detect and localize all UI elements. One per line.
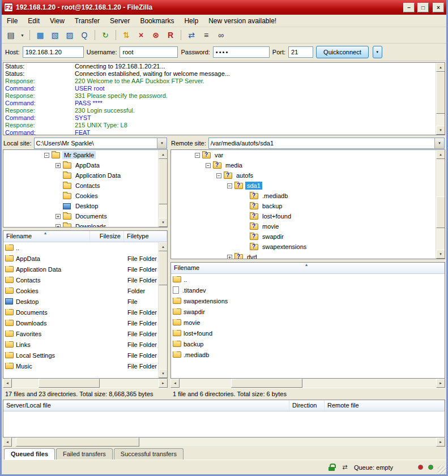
menu-transfer[interactable]: Transfer bbox=[70, 15, 105, 27]
maximize-button[interactable]: □ bbox=[417, 3, 429, 12]
tree-collapse-icon[interactable]: − bbox=[206, 163, 211, 168]
menu-file[interactable]: File bbox=[2, 15, 23, 27]
file-row[interactable]: MusicFile Folder bbox=[3, 361, 167, 371]
file-row[interactable]: LinksFile Folder bbox=[3, 339, 167, 350]
reconnect-button[interactable]: R bbox=[164, 29, 177, 42]
tree-expand-icon[interactable]: + bbox=[56, 224, 61, 228]
tree-item[interactable]: Desktop bbox=[3, 201, 167, 211]
tree-collapse-icon[interactable]: − bbox=[216, 173, 221, 178]
scroll-thumb[interactable] bbox=[159, 159, 168, 204]
tree-item[interactable]: −autofs bbox=[171, 170, 445, 181]
column-header-remote-file[interactable]: Remote file bbox=[325, 400, 445, 411]
column-header-filesize[interactable]: Filesize bbox=[90, 231, 124, 242]
menu-new-version[interactable]: New version available! bbox=[203, 15, 281, 27]
tree-item[interactable]: .mediadb bbox=[171, 191, 445, 201]
file-row[interactable]: ContactsFile Folder bbox=[3, 275, 167, 285]
site-manager-button[interactable]: ▤ bbox=[4, 29, 18, 42]
file-row[interactable]: backup bbox=[171, 338, 445, 349]
file-row[interactable]: movie bbox=[171, 317, 445, 328]
column-header-filename[interactable]: Filename▴ bbox=[171, 263, 445, 273]
scroll-down-icon[interactable]: ▼ bbox=[159, 218, 168, 227]
tree-item[interactable]: −media bbox=[171, 160, 445, 170]
scroll-left-icon[interactable]: ◄ bbox=[170, 379, 180, 388]
scroll-up-icon[interactable]: ▲ bbox=[436, 150, 445, 159]
tree-item[interactable]: Contacts bbox=[3, 181, 167, 191]
scroll-up-icon[interactable]: ▲ bbox=[436, 63, 445, 72]
scroll-left-icon[interactable]: ◄ bbox=[3, 379, 12, 388]
scroll-down-icon[interactable]: ▼ bbox=[436, 250, 445, 259]
log-vertical-scrollbar[interactable]: ▲ ▼ bbox=[436, 63, 445, 135]
scroll-thumb[interactable] bbox=[436, 196, 445, 228]
file-row[interactable]: .. bbox=[171, 274, 445, 285]
file-row[interactable]: FavoritesFile Folder bbox=[3, 328, 167, 339]
file-row[interactable]: .mediadb bbox=[171, 349, 445, 360]
tree-item[interactable]: backup bbox=[171, 201, 445, 211]
local-tree-vertical-scrollbar[interactable]: ▲ ▼ bbox=[158, 150, 167, 227]
toggle-remote-tree-button[interactable]: ▨ bbox=[63, 29, 76, 42]
scroll-down-icon[interactable]: ▼ bbox=[159, 369, 168, 378]
file-row[interactable]: .. bbox=[3, 242, 167, 253]
process-queue-button[interactable]: ⇅ bbox=[120, 29, 133, 42]
file-row[interactable]: swapextensions bbox=[171, 295, 445, 306]
port-input[interactable] bbox=[288, 46, 313, 58]
toggle-queue-button[interactable]: Q bbox=[78, 29, 91, 42]
tree-collapse-icon[interactable]: − bbox=[195, 153, 200, 158]
local-horizontal-scrollbar[interactable]: ◄ ► bbox=[3, 379, 168, 388]
tree-item[interactable]: +dvd bbox=[171, 252, 445, 259]
remote-site-input[interactable] bbox=[209, 140, 434, 147]
tab-successful-transfers[interactable]: Successful transfers bbox=[114, 448, 184, 460]
remote-horizontal-scrollbar[interactable]: ◄ ► bbox=[170, 379, 445, 388]
close-button[interactable]: × bbox=[433, 3, 444, 12]
tree-item[interactable]: −var bbox=[171, 150, 445, 160]
scroll-thumb[interactable] bbox=[159, 251, 168, 285]
menu-view[interactable]: View bbox=[45, 15, 70, 27]
refresh-button[interactable]: ↻ bbox=[99, 29, 112, 42]
scroll-left-icon[interactable]: ◄ bbox=[3, 438, 12, 447]
combo-dropdown-icon[interactable]: ▼ bbox=[157, 138, 167, 148]
tree-item[interactable]: Application Data bbox=[3, 170, 167, 181]
file-row[interactable]: swapdir bbox=[171, 306, 445, 317]
cancel-operation-button[interactable]: × bbox=[134, 29, 148, 42]
resize-grip[interactable] bbox=[438, 466, 446, 474]
menu-help[interactable]: Help bbox=[179, 15, 203, 27]
file-row[interactable]: Local SettingsFile Folder bbox=[3, 350, 167, 361]
file-row[interactable]: DesktopFile bbox=[3, 296, 167, 307]
tree-item[interactable]: +AppData bbox=[3, 160, 167, 170]
tree-collapse-icon[interactable]: − bbox=[44, 153, 49, 158]
tree-expand-icon[interactable]: + bbox=[56, 214, 61, 219]
menu-server[interactable]: Server bbox=[105, 15, 135, 27]
scroll-thumb[interactable] bbox=[16, 438, 139, 447]
scroll-right-icon[interactable]: ► bbox=[436, 438, 445, 447]
find-files-button[interactable]: ∞ bbox=[214, 29, 228, 42]
tree-item[interactable]: +Downloads bbox=[3, 221, 167, 228]
column-header-filetype[interactable]: Filetype bbox=[124, 231, 167, 242]
tree-item[interactable]: movie bbox=[171, 221, 445, 231]
tree-item[interactable]: Cookies bbox=[3, 191, 167, 201]
toggle-local-tree-button[interactable]: ▧ bbox=[48, 29, 62, 42]
tab-queued-files[interactable]: Queued files bbox=[4, 448, 55, 460]
quickconnect-button[interactable]: Quickconnect bbox=[316, 46, 369, 58]
tree-collapse-icon[interactable]: − bbox=[227, 183, 232, 188]
file-row[interactable]: .titandev bbox=[171, 285, 445, 295]
tree-item[interactable]: −sda1 bbox=[171, 181, 445, 191]
tree-item[interactable]: swapextensions bbox=[171, 242, 445, 252]
local-site-combo[interactable]: ▼ bbox=[34, 138, 167, 149]
remote-site-combo[interactable]: ▼ bbox=[208, 138, 445, 149]
tree-expand-icon[interactable]: + bbox=[56, 163, 61, 168]
menu-edit[interactable]: Edit bbox=[23, 15, 45, 27]
queue-horizontal-scrollbar[interactable]: ◄ ► bbox=[3, 438, 445, 446]
tree-item[interactable]: +Documents bbox=[3, 211, 167, 221]
scroll-up-icon[interactable]: ▲ bbox=[159, 242, 168, 251]
file-row[interactable]: DownloadsFile Folder bbox=[3, 318, 167, 328]
file-row[interactable]: lost+found bbox=[171, 328, 445, 338]
menu-bookmarks[interactable]: Bookmarks bbox=[135, 15, 179, 27]
file-row[interactable]: DocumentsFile Folder bbox=[3, 307, 167, 318]
scroll-up-icon[interactable]: ▲ bbox=[159, 150, 168, 159]
column-header-direction[interactable]: Direction bbox=[289, 400, 325, 411]
site-manager-dropdown-icon[interactable]: ▼ bbox=[19, 29, 26, 42]
tab-failed-transfers[interactable]: Failed transfers bbox=[56, 448, 113, 460]
column-header-filename[interactable]: Filename▴ bbox=[3, 231, 90, 242]
scroll-thumb[interactable] bbox=[231, 379, 303, 388]
synchronized-browsing-button[interactable]: ≡ bbox=[199, 29, 213, 42]
minimize-button[interactable]: – bbox=[403, 3, 415, 12]
